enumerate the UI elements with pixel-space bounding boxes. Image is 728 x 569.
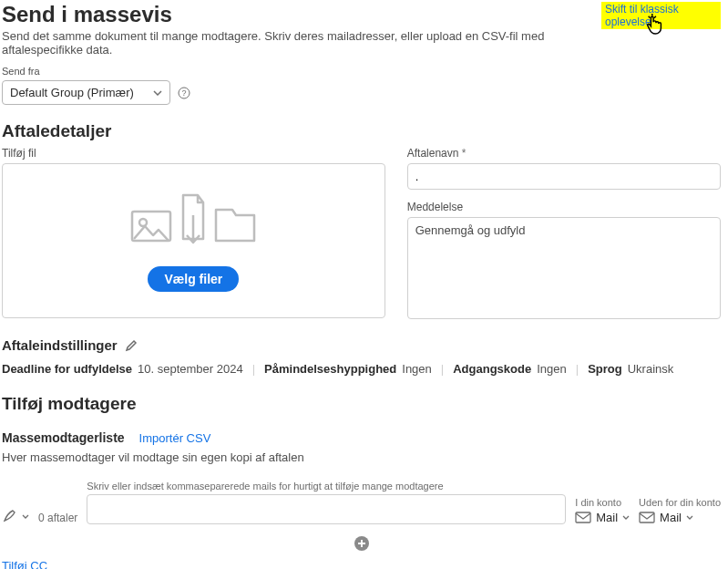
bulk-description: Hver massemodtager vil modtage sin egen … xyxy=(2,450,721,464)
recipients-heading: Tilføj modtagere xyxy=(2,394,721,414)
bulk-label: Massemodtagerliste xyxy=(2,430,125,445)
agreement-name-input[interactable] xyxy=(407,163,721,190)
page-subtitle: Send det samme dokument til mange modtag… xyxy=(2,29,601,57)
send-from-label: Send fra xyxy=(2,66,721,77)
add-recipient-icon[interactable] xyxy=(354,535,370,552)
svg-rect-4 xyxy=(576,512,590,522)
message-textarea[interactable] xyxy=(407,217,721,319)
send-from-select[interactable]: Default Group (Primær) xyxy=(2,80,170,105)
upload-illustration-icon xyxy=(125,190,261,253)
choose-files-button[interactable]: Vælg filer xyxy=(148,266,239,292)
settings-heading: Aftaleindstillinger xyxy=(2,337,118,353)
send-from-value: Default Group (Primær) xyxy=(10,86,134,99)
in-account-method[interactable]: Mail xyxy=(575,511,630,524)
outside-account-method[interactable]: Mail xyxy=(639,511,721,524)
svg-rect-5 xyxy=(640,512,654,522)
chevron-down-icon xyxy=(153,90,162,96)
in-account-label: I din konto xyxy=(575,497,630,508)
cursor-icon xyxy=(645,13,665,33)
signer-role-icon[interactable] xyxy=(2,508,29,524)
page-title: Send i massevis xyxy=(2,2,601,27)
message-label: Meddelelse xyxy=(407,201,721,213)
help-icon[interactable]: ? xyxy=(178,87,190,99)
outside-account-label: Uden for din konto xyxy=(639,497,721,508)
agreement-count: 0 aftaler xyxy=(38,512,77,524)
classic-link-text: Skift til klassisk oplevelse xyxy=(605,3,679,28)
file-dropzone[interactable]: Vælg filer xyxy=(2,163,385,318)
classic-experience-link[interactable]: Skift til klassisk oplevelse xyxy=(601,2,721,29)
agreement-name-label: Aftalenavn xyxy=(407,147,721,160)
recipients-input[interactable] xyxy=(87,494,566,524)
recipients-input-label: Skriv eller indsæt kommaseparerede mails… xyxy=(87,481,566,491)
svg-point-3 xyxy=(139,219,147,226)
svg-text:?: ? xyxy=(181,88,186,98)
edit-settings-icon[interactable] xyxy=(125,339,138,352)
upload-label: Tilføj fil xyxy=(2,147,385,160)
settings-summary: Deadline for udfyldelse10. september 202… xyxy=(2,362,721,376)
details-heading: Aftaledetaljer xyxy=(2,121,721,141)
import-csv-link[interactable]: Importér CSV xyxy=(139,431,211,445)
add-cc-link[interactable]: Tilføj CC xyxy=(2,559,47,569)
